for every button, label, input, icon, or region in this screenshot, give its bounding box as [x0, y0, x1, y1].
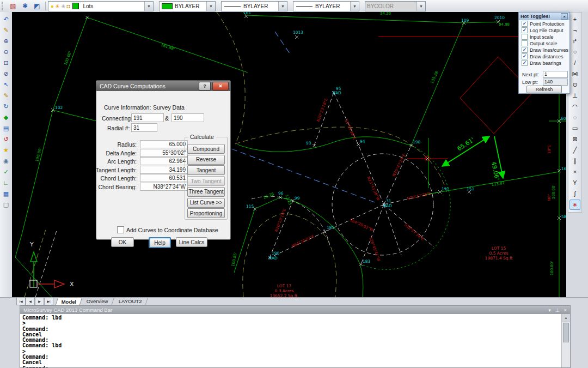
scrollbar-thumb[interactable] [563, 323, 569, 342]
proportioning-button[interactable]: Proportioning [187, 208, 225, 218]
connecting-from-input[interactable]: 191 [131, 113, 164, 122]
line-point-icon[interactable]: / [569, 58, 580, 68]
help-button[interactable]: Help [149, 237, 171, 248]
redraw-brush-icon[interactable]: ✎ [1, 25, 11, 35]
zoom-window-icon[interactable]: ⊡ [1, 58, 11, 68]
checkbox-box[interactable]: ✓ [522, 47, 528, 53]
hot-toggle-output-scale[interactable]: Output scale [522, 40, 569, 46]
previous-view-icon[interactable]: ↶ [1, 14, 11, 25]
point-create-icon[interactable]: + [569, 14, 580, 25]
dialog-titlebar[interactable]: CAD Curve Computations ? ✕ [96, 81, 230, 91]
help-icon[interactable]: ? [199, 82, 211, 91]
traverse-icon[interactable]: ¬ [569, 25, 580, 35]
close-icon[interactable]: ✕ [212, 82, 229, 91]
regen-brush-icon[interactable]: ✎ [1, 91, 11, 101]
ok-button[interactable]: OK [111, 237, 134, 247]
linetype-combobox[interactable]: BYLAYER ▼ [221, 1, 287, 11]
field-value-input[interactable]: N38°27'34"W [140, 183, 188, 191]
field-value-input[interactable]: 65.000 [140, 140, 188, 148]
field-value-input[interactable]: 60.531 [140, 174, 188, 182]
command-history[interactable]: Command: lbd>Command:CancelCommand:Comma… [20, 314, 562, 367]
chevron-down-icon[interactable]: ▼ [206, 2, 215, 11]
layer-tools-icon[interactable]: ◩ [32, 1, 42, 11]
wye-intersection-icon[interactable]: Y [569, 178, 580, 188]
sideshot-icon[interactable]: ↱ [569, 36, 580, 46]
command-scrollbar[interactable]: ▲ [561, 314, 570, 367]
zoom-extents-icon[interactable]: ↖ [1, 80, 11, 90]
field-value-input[interactable]: 62.964 [140, 157, 188, 165]
hot-toggle-draw-distances[interactable]: ✓Draw distances [522, 53, 569, 59]
snap-settings-icon[interactable]: ✱ [20, 1, 30, 11]
hot-toggles-titlebar[interactable]: Hot Toggles! × [519, 13, 569, 20]
checkbox-box[interactable] [117, 226, 124, 233]
parallel-line-icon[interactable]: ∥ [569, 156, 580, 166]
toolbar-grip[interactable] [2, 2, 5, 10]
tab-nav-button[interactable]: ▶| [44, 297, 53, 305]
cmdbar-close-icon[interactable]: × [564, 307, 567, 313]
add-curves-checkbox[interactable]: Add Curves to Coordinate Database [117, 226, 218, 233]
chevron-down-icon[interactable]: ▼ [278, 2, 287, 11]
point-table-icon[interactable]: ▦ [1, 189, 11, 199]
connecting-to-input[interactable]: 190 [171, 113, 204, 122]
tab-nav-button[interactable]: ◀ [26, 297, 35, 305]
field-value-input[interactable]: 55°30'02" [140, 149, 188, 157]
layer-combobox[interactable]: ●☀✳◘ Lots ▼ [48, 1, 154, 11]
checkbox-box[interactable] [522, 40, 528, 46]
curve-point-icon[interactable]: ◠ [569, 101, 580, 112]
checkbox-box[interactable]: ✓ [522, 53, 528, 59]
circle-entity-icon[interactable]: ○ [569, 47, 580, 57]
tab-layout2[interactable]: LAYOUT2 [113, 297, 148, 305]
audit-check-icon[interactable]: ✓ [1, 167, 11, 177]
point-on-line-icon[interactable]: ╱ [569, 145, 580, 155]
tab-nav-button[interactable]: ▶ [35, 297, 44, 305]
hot-toggle-point-protection[interactable]: ✓Point Protection [522, 21, 569, 27]
properties-box-icon[interactable]: ▢ [1, 200, 11, 210]
bearing-intersection-icon[interactable]: ⋈ [569, 69, 580, 79]
traverse-adjust-icon[interactable]: ʃ [569, 189, 580, 199]
drawing-explorer-icon[interactable]: ▧ [8, 1, 19, 11]
hot-toggle-log-file-output[interactable]: ✓Log File Output [522, 27, 569, 33]
boxed-point-icon[interactable]: ⊠ [569, 134, 580, 144]
layer-lock-icon[interactable]: ◘ [66, 3, 70, 9]
layer-thaw-sun-icon[interactable]: ☀ [55, 3, 60, 9]
cmdbar-pin-icon[interactable]: ⊥ [555, 307, 560, 313]
perpendicular-point-icon[interactable]: ⊥ [569, 91, 580, 101]
drawing-canvas[interactable]: 1611013109201010295RAD939419031RAD190RAD… [12, 12, 566, 297]
settings-star-icon[interactable]: ★ [1, 145, 11, 155]
line-calcs-button[interactable]: Line Calcs [176, 237, 207, 247]
hot-toggle-draw-lines-curves[interactable]: ✓Draw lines/curves [522, 47, 569, 53]
layer-freeze-icon[interactable]: ✳ [61, 3, 65, 9]
hot-toggle-input-scale[interactable]: Input scale [522, 34, 569, 40]
next-pt-input[interactable]: 1 [543, 71, 568, 78]
rectangle-points-icon[interactable]: ▭ [569, 123, 580, 134]
list-curve--button[interactable]: List Curve >> [187, 198, 225, 208]
checkbox-box[interactable]: ✓ [522, 27, 528, 33]
command-bar-titlebar[interactable]: MicroSurvey CAD 2013 Command Bar ▾⊥× [20, 306, 570, 314]
regen-icon[interactable]: ↻ [1, 101, 11, 112]
point-scatter-icon[interactable]: ∗ [569, 200, 580, 210]
zoom-out-icon[interactable]: ⊖ [1, 47, 11, 57]
radial-input[interactable]: 31 [131, 123, 157, 132]
undo-loop-icon[interactable]: ↺ [1, 134, 11, 144]
osnap-diamond-icon[interactable]: ◆ [1, 112, 11, 123]
ucs-corner-icon[interactable]: ∟ [1, 178, 11, 188]
point-on-circle-icon[interactable]: ⊙ [569, 80, 580, 90]
points-on-arc-icon[interactable]: ◌ [569, 112, 580, 123]
line-intersection-icon[interactable]: × [569, 167, 580, 177]
tangent-button[interactable]: Tangent [187, 165, 225, 175]
three-tangent-button[interactable]: Three Tangent [187, 187, 225, 197]
tab-overview[interactable]: Overview [81, 297, 114, 305]
scroll-up-icon[interactable]: ▲ [562, 314, 570, 322]
layer-on-lightbulb-icon[interactable]: ● [51, 3, 54, 9]
tab-model[interactable]: Model [56, 297, 83, 305]
reverse-button[interactable]: Reverse [187, 155, 225, 165]
close-icon[interactable]: × [561, 13, 568, 20]
hot-toggle-draw-bearings[interactable]: ✓Draw bearings [522, 60, 569, 66]
zoom-dynamic-icon[interactable]: ⊘ [1, 69, 11, 79]
checkbox-box[interactable] [522, 34, 528, 40]
checkbox-box[interactable]: ✓ [522, 60, 528, 66]
layer-manager-icon[interactable]: ▤ [1, 123, 11, 134]
zoom-in-icon[interactable]: ⊕ [1, 36, 11, 46]
tab-nav-button[interactable]: |◀ [16, 297, 26, 305]
refresh-button[interactable]: Refresh [526, 86, 562, 93]
